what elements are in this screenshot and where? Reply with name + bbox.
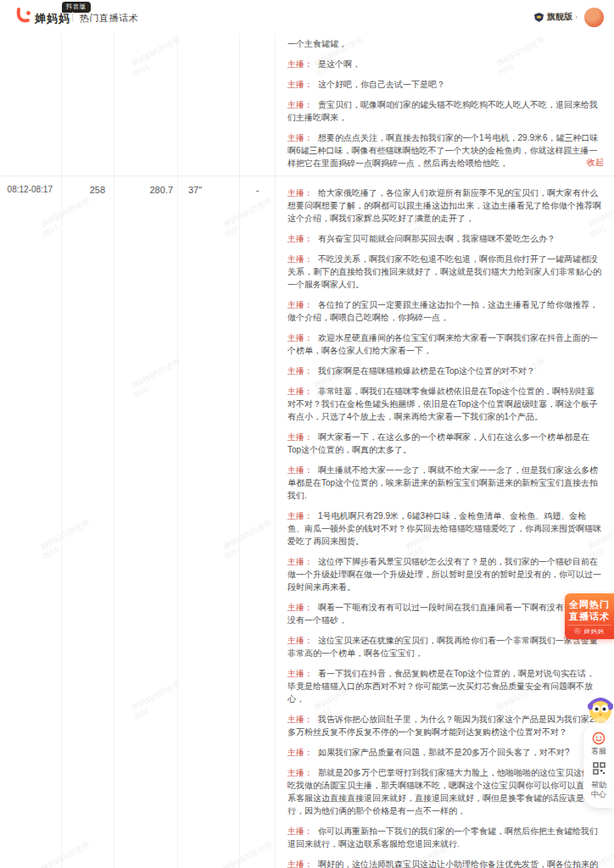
speech-text: 这位停下脚步看风景宝贝猫砂怎么没有了？是的，我们家的一个猫砂目前在做一个升级处理… bbox=[287, 557, 601, 592]
page: 婵妈妈内部使用0591婵妈妈内部使用0591婵妈妈内部使用0591婵妈妈内部使用… bbox=[0, 0, 614, 868]
transcript-paragraph: 主播：给大家俄吃播了，各位家人们欢迎所有新应季不见的宝贝们，啊大家有什么想要问啊… bbox=[287, 186, 602, 225]
cell-metric3 bbox=[178, 34, 240, 175]
transcript-paragraph: 主播：1号电机啊只有29.9米，6罐3种口味，金枪鱼清单、金枪鱼、鸡翅、金枪鱼、… bbox=[287, 509, 602, 548]
smiley-face-icon bbox=[592, 732, 606, 745]
help-center-label: 帮助中心 bbox=[589, 781, 608, 799]
transcript-paragraph: 主播：这个好吧，你自己去试一下是吧？ bbox=[287, 78, 602, 91]
transcript-paragraph: 主播：这位宝贝来还在犹豫的宝贝们，啊我再给你们看一个非常啊我们一家含金量非常高的… bbox=[287, 634, 602, 659]
speech-text: 有兴奋宝贝可能就会问啊那买回去啊，我家猫咪不爱吃怎么办？ bbox=[318, 234, 555, 243]
plan-badge[interactable]: 旗舰版 › bbox=[533, 11, 578, 23]
transcript-table: 一个主食罐罐，主播：是这个啊，主播：这个好吧，你自己去试一下是吧？主播：贵宝贝们… bbox=[0, 34, 614, 868]
speaker-label: 主播： bbox=[287, 557, 313, 566]
speech-text: 你可以再重新拍一下我们的我们家的一个零食罐，啊然后你把主食罐给我们退回来就行，啊… bbox=[287, 826, 598, 849]
floating-service-panel: 客服 帮助中心 bbox=[583, 724, 614, 808]
transcript-paragraph: 主播：我们家啊是在猫咪猫粮爆款榜是在Top这个位置的对不对？ bbox=[287, 364, 602, 377]
speech-text: 这个好吧，你自己去试一下是吧？ bbox=[318, 80, 445, 89]
cell-metric1 bbox=[62, 34, 114, 175]
speaker-label: 主播： bbox=[287, 333, 313, 342]
transcript-paragraph: 主播：啊看一下呃有没有有可以过一段时间在我们直播间看一下啊有没有一个啊有没有一个… bbox=[287, 601, 602, 626]
speaker-label: 主播： bbox=[287, 133, 313, 142]
speaker-label: 主播： bbox=[287, 511, 313, 520]
promo-line2: 直播话术 bbox=[567, 610, 611, 622]
speech-text: 啊主播就不给大家一一念了，啊就不给大家一一念了，但是我们家这么多榜单都是在Top… bbox=[287, 465, 598, 500]
speaker-label: 主播： bbox=[287, 636, 313, 645]
speaker-label: 主播： bbox=[287, 366, 313, 376]
transcript-paragraph: 主播：那就是20多万个巴掌呀打到我们家猫大力脸上，他啪啪啪的这位宝贝这位快吃我做… bbox=[287, 766, 602, 817]
cell-transcript: 主播：给大家俄吃播了，各位家人们欢迎所有新应季不见的宝贝们，啊大家有什么想要问啊… bbox=[276, 176, 614, 868]
plan-label: 旗舰版 bbox=[547, 11, 572, 23]
customer-service-label: 客服 bbox=[589, 747, 608, 756]
mascot-owl-icon[interactable] bbox=[585, 692, 614, 726]
speech-text: 不吃没关系，啊我们家不吃包退不吃包退，啊你而且你打开了一罐两罐都没关系，剩下的直… bbox=[287, 254, 601, 289]
promo-line1: 全网热门 bbox=[567, 598, 611, 610]
speech-text: 我告诉你把心放回肚子里，为什么？呃因为我们家这个产品是因为我们家20多万粉丝反复… bbox=[287, 715, 599, 737]
speaker-label: 主播： bbox=[287, 100, 313, 109]
page-title: 热门直播话术 bbox=[80, 12, 138, 25]
transcript-paragraph: 主播：看一下我们在抖音，食品复购榜是在Top这个位置的，啊是对说句实在话，毕竟是… bbox=[287, 667, 602, 705]
app-header: 婵妈妈 抖音版 | 热门直播话术 旗舰版 › bbox=[0, 0, 614, 34]
qr-code-icon bbox=[593, 762, 606, 775]
speaker-label: 主播： bbox=[287, 300, 313, 309]
speech-text: 给大家俄吃播了，各位家人们欢迎所有新应季不见的宝贝们，啊大家有什么想要问啊想要了… bbox=[287, 188, 601, 223]
help-center-button[interactable]: 帮助中心 bbox=[589, 781, 608, 799]
speaker-label: 主播： bbox=[287, 465, 313, 475]
cell-metric3: 37" bbox=[178, 176, 240, 868]
plan-shield-icon bbox=[533, 12, 544, 23]
transcript-paragraph: 主播：欢迎水星硬直播间的各位宝宝们啊来给大家看一下啊我们家在抖音上面的一个榜单，… bbox=[287, 331, 602, 357]
collapse-link[interactable]: 收起 bbox=[587, 157, 604, 169]
speech-text: 我们家啊是在猫咪猫粮爆款榜是在Top这个位置的对不对？ bbox=[318, 366, 535, 376]
speaker-label: 主播： bbox=[287, 432, 313, 442]
speaker-label: 主播： bbox=[287, 603, 313, 612]
speech-text: 啊看一下呃有没有有可以过一段时间在我们直播间看一下啊有没有一个啊有没有一个猫砂， bbox=[287, 603, 598, 625]
brand-logo-icon bbox=[15, 7, 32, 25]
speech-text: 看一下我们在抖音，食品复购榜是在Top这个位置的，啊是对说句实在话，毕竟是给猫猫… bbox=[287, 669, 594, 704]
transcript-paragraph: 主播：有兴奋宝贝可能就会问啊那买回去啊，我家猫咪不爱吃怎么办？ bbox=[287, 232, 602, 245]
speaker-label: 主播： bbox=[287, 768, 313, 777]
qr-code-button[interactable] bbox=[593, 762, 606, 775]
avatar[interactable] bbox=[584, 8, 604, 27]
speaker-label: 主播： bbox=[287, 748, 313, 757]
transcript-paragraph: 主播：不吃没关系，啊我们家不吃包退不吃包退，啊你而且你打开了一罐两罐都没关系，剩… bbox=[287, 253, 602, 291]
speech-text: 一个主食罐罐， bbox=[287, 39, 347, 48]
speech-text: 啊好的，这位法师凯森宝贝这边让小助理给你备注优先发货，啊各位拍来的宝贝一定要在评… bbox=[287, 860, 601, 868]
speech-text: 这位宝贝来还在犹豫的宝贝们，啊我再给你们看一个非常啊我们一家含金量非常高的一个榜… bbox=[287, 636, 598, 658]
cell-metric4: - bbox=[240, 176, 276, 868]
chevron-right-icon: › bbox=[575, 13, 578, 21]
cell-metric2 bbox=[114, 34, 178, 175]
transcript-paragraph: 主播：各位拍了的宝贝一定要跟主播这边扣个一拍，这边主播看见了给你做推荐，做个介绍… bbox=[287, 298, 602, 324]
transcript-paragraph: 主播：想要的点点关注，啊直接去拍我们家的一个1号电机，29.9米6，罐三种口味啊… bbox=[287, 131, 602, 170]
transcript-paragraph: 主播：我告诉你把心放回肚子里，为什么？呃因为我们家这个产品是因为我们家20多万粉… bbox=[287, 713, 602, 738]
promo-brand-sub: ⓒ 婵妈妈 bbox=[567, 625, 611, 636]
speech-text: 欢迎水星硬直播间的各位宝宝们啊来给大家看一下啊我们家在抖音上面的一个榜单，啊各位… bbox=[287, 333, 598, 355]
speech-text: 1号电机啊只有29.9米，6罐3种口味，金枪鱼清单、金枪鱼、鸡翅、金枪鱼、南瓜一… bbox=[287, 511, 601, 546]
speech-text: 如果我们家产品质量有问题，那就不是20多万个回头客了，对不对? bbox=[318, 748, 570, 757]
speaker-label: 主播： bbox=[287, 860, 313, 868]
speech-text: 各位拍了的宝贝一定要跟主播这边扣个一拍，这边主播看见了给你做推荐，做个介绍，啊喂… bbox=[287, 300, 598, 322]
cell-metric1: 258 bbox=[62, 176, 114, 868]
speech-text: 啊大家看一下，在这么多的一个榜单啊家，人们在这么多一个榜单都是在Top这个位置的… bbox=[287, 432, 589, 454]
transcript-paragraph: 主播：你可以再重新拍一下我们的我们家的一个零食罐，啊然后你把主食罐给我们退回来就… bbox=[287, 825, 602, 850]
speaker-label: 主播： bbox=[287, 254, 313, 264]
transcript-paragraph: 主播：贵宝贝们，呢像啊咱们家的罐头猫不吃狗吃狗不吃人吃人不吃，退回来给我们主播吃… bbox=[287, 98, 602, 124]
transcript-paragraph: 主播：啊大家看一下，在这么多的一个榜单啊家，人们在这么多一个榜单都是在Top这个… bbox=[287, 431, 602, 456]
speech-text: 那就是20多万个巴掌呀打到我们家猫大力脸上，他啪啪啪的这位宝贝这位快吃我做的汤圆… bbox=[287, 768, 601, 815]
speaker-label: 主播： bbox=[287, 826, 313, 836]
cell-metric2: 280.7 bbox=[114, 176, 178, 868]
hot-script-promo-button[interactable]: 全网热门 直播话术 ⓒ 婵妈妈 bbox=[565, 593, 614, 639]
transcript-paragraph: 主播：这位停下脚步看风景宝贝猫砂怎么没有了？是的，我们家的一个猫砂目前在做一个升… bbox=[287, 555, 602, 593]
title-separator: | bbox=[71, 10, 74, 22]
transcript-paragraph: 主播：如果我们家产品质量有问题，那就不是20多万个回头客了，对不对? bbox=[287, 746, 602, 759]
transcript-paragraph: 一个主食罐罐， bbox=[287, 37, 602, 50]
table-row: 08:12-08:17258280.737"-主播：给大家俄吃播了，各位家人们欢… bbox=[0, 175, 614, 868]
cell-time bbox=[0, 34, 62, 175]
table-body: 一个主食罐罐，主播：是这个啊，主播：这个好吧，你自己去试一下是吧？主播：贵宝贝们… bbox=[0, 34, 614, 868]
speech-text: 是这个啊， bbox=[318, 59, 360, 69]
transcript-paragraph: 主播：非常哇塞，啊我们在猫咪零食爆款榜依旧是在Top这个位置的，啊特别哇塞对不对… bbox=[287, 385, 602, 423]
speech-text: 非常哇塞，啊我们在猫咪零食爆款榜依旧是在Top这个位置的，啊特别哇塞对不对？我们… bbox=[287, 387, 598, 421]
customer-service-button[interactable]: 客服 bbox=[589, 732, 608, 756]
speaker-label: 主播： bbox=[287, 715, 313, 724]
cell-time: 08:12-08:17 bbox=[0, 176, 62, 868]
speaker-label: 主播： bbox=[287, 59, 313, 69]
speaker-label: 主播： bbox=[287, 188, 313, 198]
brand-name: 婵妈妈 bbox=[35, 11, 70, 26]
